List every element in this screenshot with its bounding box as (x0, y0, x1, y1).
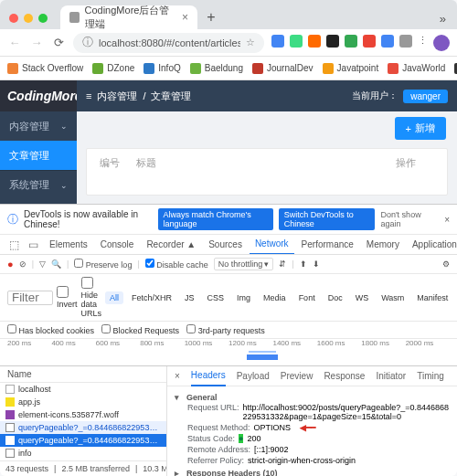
close-window-icon[interactable] (9, 14, 18, 23)
extension-icon[interactable] (345, 35, 357, 48)
filter-input[interactable] (7, 291, 53, 305)
url-field[interactable]: ⓘ ☆ (73, 33, 264, 53)
back-button-icon[interactable]: ← (7, 36, 22, 49)
third-party-checkbox[interactable]: 3rd-party requests (186, 324, 265, 335)
add-button[interactable]: + 新增 (395, 117, 446, 140)
request-row[interactable]: info (0, 447, 166, 460)
filter-css[interactable]: CSS (203, 291, 229, 304)
close-banner-icon[interactable]: × (444, 215, 450, 225)
section-response-headers[interactable]: Response Headers (10) (175, 469, 450, 476)
request-row[interactable]: localhost (0, 383, 166, 396)
extension-icon[interactable] (381, 35, 394, 48)
detail-tab-preview[interactable]: Preview (281, 371, 314, 381)
banner-always-match-button[interactable]: Always match Chrome's language (158, 208, 273, 230)
extension-icon[interactable] (290, 35, 303, 48)
detail-tab-timing[interactable]: Timing (417, 371, 444, 381)
upload-icon[interactable]: ⬆ (300, 259, 307, 269)
device-toggle-icon[interactable]: ▭ (25, 238, 42, 251)
inspect-element-icon[interactable]: ⬚ (5, 238, 23, 251)
tab-recorder[interactable]: Recorder ▲ (141, 235, 201, 255)
tab-application[interactable]: Application (407, 235, 457, 255)
request-name: info (18, 449, 32, 458)
network-settings-gear-icon[interactable]: ⚙ (442, 259, 450, 269)
detail-tab-headers[interactable]: Headers (191, 366, 226, 386)
filter-js[interactable]: JS (180, 291, 199, 304)
tab-network[interactable]: Network (250, 235, 294, 255)
request-row[interactable]: queryPageable?_=0.8446868229531332&page=… (0, 421, 166, 434)
close-tab-icon[interactable]: × (182, 11, 188, 24)
tab-elements[interactable]: Elements (44, 235, 93, 255)
filter-img[interactable]: Img (232, 291, 255, 304)
close-panel-icon[interactable]: × (175, 371, 180, 381)
extensions-menu-icon[interactable]: ⋮ (418, 35, 428, 51)
sidebar-item-article[interactable]: 文章管理 (0, 141, 77, 170)
clear-icon[interactable]: ⊘ (19, 259, 27, 269)
filter-ws[interactable]: WS (351, 291, 374, 304)
url-input[interactable] (99, 37, 240, 48)
preserve-log-checkbox[interactable]: Preserve log (74, 259, 132, 270)
bookmark-item[interactable]: JournalDev (252, 63, 314, 74)
filter-wasm[interactable]: Wasm (377, 291, 409, 304)
detail-tab-initiator[interactable]: Initiator (376, 371, 406, 381)
bookmark-item[interactable]: InfoQ (143, 63, 180, 74)
request-detail-panel: × Headers Payload Preview Response Initi… (167, 366, 457, 476)
bookmark-item[interactable]: Stack Overflow (7, 63, 83, 74)
disable-cache-checkbox[interactable]: Disable cache (145, 259, 208, 270)
extension-icon[interactable] (399, 35, 412, 48)
extension-icon[interactable] (308, 35, 321, 48)
extension-icon[interactable] (363, 35, 376, 48)
filter-font[interactable]: Font (294, 291, 320, 304)
column-name-header[interactable]: Name (0, 366, 166, 383)
forward-button-icon[interactable]: → (29, 36, 44, 49)
detail-tab-response[interactable]: Response (324, 371, 365, 381)
extension-icon[interactable] (326, 35, 339, 48)
filter-media[interactable]: Media (259, 291, 291, 304)
tabs-overflow-icon[interactable]: » (440, 12, 446, 26)
browser-tab[interactable]: CodingMore后台管理端 × (60, 5, 197, 29)
minimize-window-icon[interactable] (24, 14, 33, 23)
hide-data-urls-checkbox[interactable]: Hide data URLs (81, 277, 102, 318)
tab-sources[interactable]: Sources (203, 235, 248, 255)
blocked-cookies-checkbox[interactable]: Has blocked cookies (7, 324, 94, 335)
tab-performance[interactable]: Performance (296, 235, 359, 255)
section-general[interactable]: General (175, 393, 450, 402)
bookmark-item[interactable]: Javatpoint (323, 63, 379, 74)
filter-fetch-xhr[interactable]: Fetch/XHR (127, 291, 176, 304)
new-tab-button[interactable]: + (201, 7, 221, 27)
filter-manifest[interactable]: Manifest (412, 291, 452, 304)
bookmark-item[interactable]: Baeldung (190, 63, 243, 74)
invert-checkbox[interactable]: Invert (57, 286, 78, 309)
bookmark-star-icon[interactable]: ☆ (246, 37, 255, 48)
maximize-window-icon[interactable] (38, 14, 48, 23)
filter-doc[interactable]: Doc (324, 291, 347, 304)
banner-dont-show-link[interactable]: Don't show again (380, 210, 433, 228)
request-row[interactable]: app.js (0, 396, 166, 408)
banner-switch-button[interactable]: Switch DevTools to Chinese (279, 208, 376, 230)
reload-button-icon[interactable]: ⟳ (51, 36, 66, 49)
detail-tab-payload[interactable]: Payload (237, 371, 270, 381)
user-pill[interactable]: wanger (403, 90, 448, 103)
tab-memory[interactable]: Memory (361, 235, 405, 255)
record-icon[interactable]: ● (7, 259, 14, 270)
chevron-down-icon: ⌄ (60, 181, 68, 190)
filter-toggle-icon[interactable]: ▽ (39, 259, 46, 269)
download-icon[interactable]: ⬇ (313, 259, 320, 269)
profile-avatar-icon[interactable] (433, 35, 450, 51)
bookmark-item[interactable]: JavaWorld (388, 63, 445, 74)
wifi-icon[interactable]: ⇵ (279, 259, 286, 269)
tab-console[interactable]: Console (95, 235, 140, 255)
blocked-requests-checkbox[interactable]: Blocked Requests (101, 324, 179, 335)
sidebar-item-settings[interactable]: 系统管理 ⌄ (0, 170, 77, 199)
search-icon[interactable]: 🔍 (51, 259, 61, 269)
info-icon[interactable]: ⓘ (82, 35, 93, 50)
throttling-select[interactable]: No throttling ▾ (214, 258, 274, 270)
menu-toggle-icon[interactable]: ≡ (86, 90, 91, 101)
filter-all[interactable]: All (105, 291, 123, 304)
network-timeline[interactable]: 200 ms400 ms600 ms800 ms1000 ms1200 ms14… (0, 339, 457, 366)
bookmark-item[interactable]: DZone (92, 63, 134, 74)
request-row[interactable]: queryPageable?_=0.8446868229531332&page=… (0, 434, 166, 447)
request-row[interactable]: element-icons.535877f.woff (0, 408, 166, 421)
sidebar-item-content[interactable]: 内容管理 ⌄ (0, 111, 77, 141)
main-panel: + 新增 编号 标题 操作 (77, 111, 457, 204)
extension-icon[interactable] (271, 35, 284, 48)
